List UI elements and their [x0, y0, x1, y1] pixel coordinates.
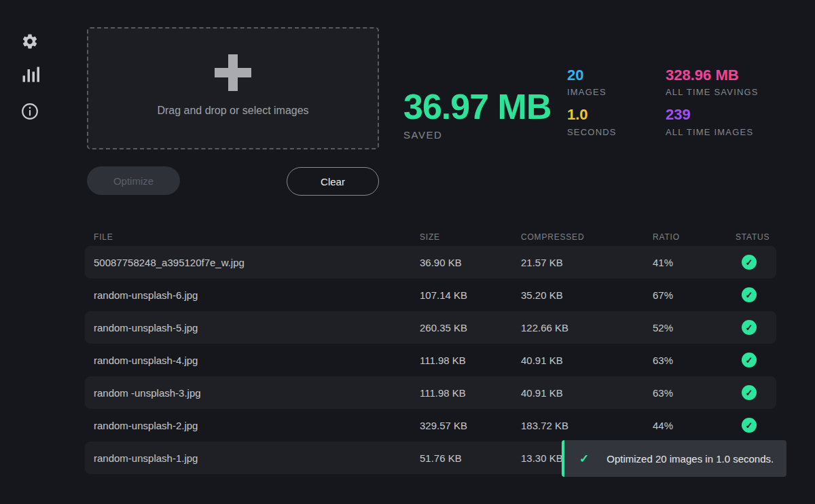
status-cell: ✓: [736, 418, 776, 433]
ratio-cell: 63%: [653, 355, 736, 366]
compressed-cell: 40.91 KB: [521, 355, 653, 366]
table-row: random -unsplash-3.jpg 111.98 KB 40.91 K…: [85, 376, 776, 409]
table-row: random-unsplash-2.jpg 329.57 KB 183.72 K…: [85, 409, 776, 442]
compressed-cell: 35.20 KB: [521, 289, 653, 301]
table-header: FILE SIZE COMPRESSED RATIO STATUS: [85, 228, 776, 246]
table-row: random-unsplash-6.jpg 107.14 KB 35.20 KB…: [85, 278, 776, 311]
stats-grid: 20 IMAGES 328.96 MB ALL TIME SAVINGS 1.0…: [567, 67, 759, 137]
size-cell: 36.90 KB: [420, 257, 521, 268]
header-cell-status: STATUS: [736, 232, 776, 242]
ratio-cell: 63%: [653, 387, 736, 399]
stat-seconds: 1.0 SECONDS: [567, 106, 666, 137]
stat-value: 239: [666, 106, 759, 124]
status-success-icon: ✓: [742, 287, 757, 302]
toast-message: Optimized 20 images in 1.0 seconds.: [606, 453, 774, 465]
stats-button[interactable]: [20, 65, 39, 84]
header-cell-ratio: RATIO: [653, 232, 736, 242]
stat-value: 328.96 MB: [666, 67, 759, 84]
dropzone-label: Drag and drop or select images: [157, 105, 308, 117]
saved-value: 36.97 MB: [403, 88, 551, 126]
table-row: random-unsplash-5.jpg 260.35 KB 122.66 K…: [85, 311, 776, 344]
file-cell: random-unsplash-5.jpg: [85, 322, 420, 334]
toast-notification: ✓ Optimized 20 images in 1.0 seconds.: [562, 440, 786, 477]
status-success-icon: ✓: [742, 255, 757, 270]
dropzone[interactable]: Drag and drop or select images: [87, 27, 379, 149]
file-cell: random-unsplash-4.jpg: [85, 355, 420, 366]
file-cell: random-unsplash-1.jpg: [85, 452, 420, 464]
compressed-cell: 40.91 KB: [521, 387, 653, 399]
file-cell: random -unsplash-3.jpg: [85, 387, 420, 399]
plus-icon: [215, 54, 251, 91]
files-table: FILE SIZE COMPRESSED RATIO STATUS 500877…: [85, 228, 776, 474]
compressed-cell: 183.72 KB: [521, 420, 653, 431]
stat-images: 20 IMAGES: [567, 67, 666, 97]
status-cell: ✓: [736, 320, 776, 335]
ratio-cell: 44%: [653, 420, 736, 431]
bar-chart-icon: [20, 65, 39, 84]
size-cell: 260.35 KB: [420, 322, 521, 334]
stat-label: ALL TIME SAVINGS: [666, 87, 759, 97]
stat-label: SECONDS: [567, 127, 666, 137]
ratio-cell: 41%: [653, 257, 736, 268]
stat-value: 1.0: [567, 106, 666, 124]
compressed-cell: 21.57 KB: [521, 257, 653, 268]
file-cell: random-unsplash-6.jpg: [85, 289, 420, 301]
file-cell: random-unsplash-2.jpg: [85, 420, 420, 431]
stat-all-time-images: 239 ALL TIME IMAGES: [666, 106, 759, 137]
status-success-icon: ✓: [742, 353, 757, 367]
ratio-cell: 52%: [653, 322, 736, 334]
stat-all-time-savings: 328.96 MB ALL TIME SAVINGS: [666, 67, 759, 97]
size-cell: 111.98 KB: [420, 387, 521, 399]
info-icon: [21, 103, 39, 120]
status-cell: ✓: [736, 287, 776, 302]
header-cell-file: FILE: [85, 232, 420, 242]
size-cell: 51.76 KB: [420, 452, 521, 464]
stat-label: IMAGES: [567, 87, 666, 97]
sidebar: [0, 0, 60, 504]
clear-button[interactable]: Clear: [287, 167, 379, 196]
gear-icon: [21, 33, 39, 50]
size-cell: 107.14 KB: [420, 289, 521, 301]
stat-value: 20: [567, 67, 666, 84]
header-cell-size: SIZE: [420, 232, 521, 242]
optimize-button[interactable]: Optimize: [87, 166, 180, 195]
status-cell: ✓: [736, 353, 776, 367]
status-cell: ✓: [736, 385, 776, 400]
size-cell: 111.98 KB: [420, 355, 521, 366]
status-success-icon: ✓: [742, 385, 757, 400]
toast-check-icon: ✓: [579, 452, 589, 466]
saved-stat: 36.97 MB SAVED: [403, 88, 551, 141]
saved-label: SAVED: [403, 129, 551, 141]
status-cell: ✓: [736, 255, 776, 270]
compressed-cell: 122.66 KB: [521, 322, 653, 334]
status-success-icon: ✓: [742, 418, 757, 433]
ratio-cell: 67%: [653, 289, 736, 301]
header-cell-compressed: COMPRESSED: [521, 232, 653, 242]
size-cell: 329.57 KB: [420, 420, 521, 431]
file-cell: 50087758248_a395120f7e_w.jpg: [85, 257, 420, 268]
about-button[interactable]: [20, 102, 39, 121]
table-row: 50087758248_a395120f7e_w.jpg 36.90 KB 21…: [85, 246, 776, 278]
stat-label: ALL TIME IMAGES: [666, 127, 759, 137]
settings-button[interactable]: [20, 32, 39, 51]
status-success-icon: ✓: [742, 320, 757, 335]
table-row: random-unsplash-4.jpg 111.98 KB 40.91 KB…: [85, 344, 776, 376]
